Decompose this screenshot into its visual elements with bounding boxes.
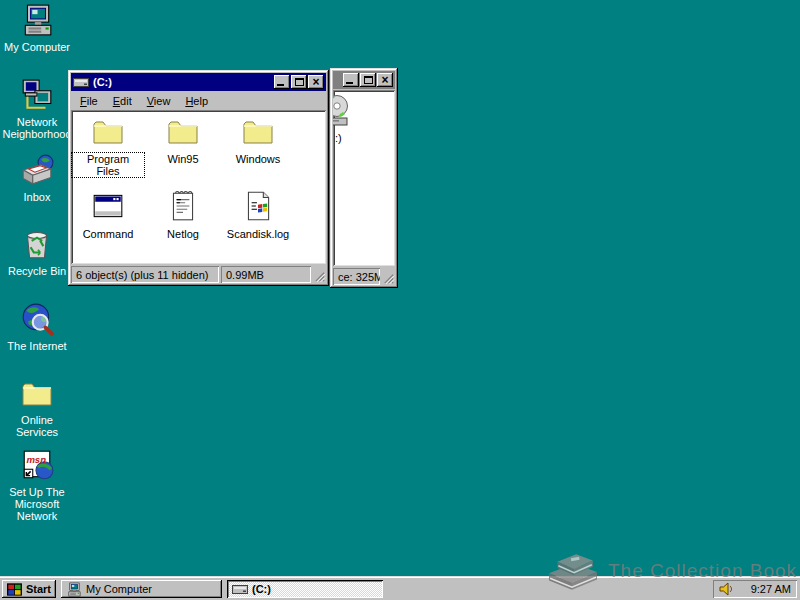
inbox-icon: [20, 153, 54, 187]
desktop-icon-online-services[interactable]: Online Services: [1, 376, 73, 438]
windows-flag-icon: [7, 582, 22, 597]
maximize-button[interactable]: [360, 73, 376, 87]
program-window-icon: [91, 189, 125, 223]
log-doc-icon: [241, 189, 275, 223]
desktop-icon-label: The Internet: [1, 340, 73, 352]
taskbar: Start My Computer (C:) 9:27 AM: [0, 576, 800, 600]
folder-icon: [166, 114, 200, 148]
network-neighborhood-icon: [20, 78, 54, 112]
menubar: File Edit View Help: [72, 92, 325, 109]
desktop: My Computer Network Neighborhood Inbox R…: [0, 0, 800, 600]
drive-label: :): [335, 132, 342, 144]
folder-icon: [241, 114, 275, 148]
desktop-icon-network-neighborhood[interactable]: Network Neighborhood: [1, 78, 73, 140]
my-computer-icon: [20, 3, 54, 37]
resize-grip[interactable]: [313, 270, 326, 283]
file-windows[interactable]: Windows: [222, 114, 294, 165]
clock: 9:27 AM: [751, 583, 791, 595]
task-label: (C:): [252, 583, 271, 595]
msn-setup-icon: [20, 448, 54, 482]
desktop-icon-label: Recycle Bin: [1, 265, 73, 277]
file-label: Command: [81, 228, 136, 240]
menu-view[interactable]: View: [141, 94, 177, 108]
maximize-button[interactable]: [291, 75, 307, 89]
folder-icon: [91, 114, 125, 148]
close-button[interactable]: ×: [377, 73, 393, 87]
c-drive-window-titlebar[interactable]: (C:) ×: [71, 73, 326, 91]
desktop-icon-label: Set Up The Microsoft Network: [1, 486, 73, 522]
task-button-my-computer[interactable]: My Computer: [61, 580, 222, 598]
status-size: 0.99MB: [221, 266, 311, 283]
drive-icon: [73, 77, 89, 88]
window-title: (C:): [93, 76, 274, 88]
desktop-icon-label: My Computer: [1, 41, 73, 53]
task-label: My Computer: [86, 583, 152, 595]
internet-icon: [20, 302, 54, 336]
menu-help[interactable]: Help: [179, 94, 214, 108]
desktop-icon-label: Inbox: [1, 191, 73, 203]
desktop-icon-recycle-bin[interactable]: Recycle Bin: [1, 227, 73, 277]
task-button-c-drive[interactable]: (C:): [227, 580, 383, 598]
cdrom-drive-icon[interactable]: [333, 95, 354, 127]
desktop-icon-my-computer[interactable]: My Computer: [1, 3, 73, 53]
speaker-icon[interactable]: [719, 582, 733, 596]
menu-file[interactable]: File: [74, 94, 104, 108]
file-command[interactable]: Command: [72, 189, 144, 240]
desktop-icon-label: Online Services: [1, 414, 73, 438]
file-label: Netlog: [165, 228, 201, 240]
notepad-doc-icon: [166, 189, 200, 223]
status-object-count: 6 object(s) (plus 11 hidden): [71, 266, 219, 283]
close-button[interactable]: ×: [308, 75, 324, 89]
file-scandisk-log[interactable]: Scandisk.log: [222, 189, 294, 240]
status-text: ce: 325MB: [333, 268, 380, 285]
recycle-bin-icon: [20, 227, 54, 261]
start-label: Start: [26, 583, 51, 595]
system-tray: 9:27 AM: [713, 580, 797, 598]
file-win95[interactable]: Win95: [147, 114, 219, 165]
background-window-statusbar: ce: 325MB: [333, 268, 395, 285]
c-drive-window[interactable]: (C:) × File Edit View Help Program Files…: [68, 70, 329, 286]
file-label: Scandisk.log: [225, 228, 291, 240]
background-window-titlebar[interactable]: ×: [333, 71, 395, 89]
desktop-icon-msn-setup[interactable]: Set Up The Microsoft Network: [1, 448, 73, 522]
file-label: Win95: [165, 153, 200, 165]
file-label: Windows: [234, 153, 283, 165]
resize-grip[interactable]: [382, 272, 395, 285]
desktop-icon-label: Network Neighborhood: [1, 116, 73, 140]
drive-icon: [232, 584, 248, 595]
minimize-button[interactable]: [274, 75, 290, 89]
my-computer-icon: [66, 582, 82, 597]
file-netlog[interactable]: Netlog: [147, 189, 219, 240]
desktop-icon-inbox[interactable]: Inbox: [1, 153, 73, 203]
file-program-files[interactable]: Program Files: [72, 114, 144, 177]
background-window-client: :): [333, 90, 395, 266]
file-list-area: Program Files Win95 Windows Command Netl…: [71, 110, 326, 264]
file-label: Program Files: [72, 153, 144, 177]
start-button[interactable]: Start: [2, 580, 56, 598]
background-window[interactable]: × :) ce: 325MB: [330, 68, 398, 288]
folder-icon: [20, 376, 54, 410]
c-drive-window-statusbar: 6 object(s) (plus 11 hidden) 0.99MB: [71, 266, 326, 283]
desktop-icon-the-internet[interactable]: The Internet: [1, 302, 73, 352]
minimize-button[interactable]: [343, 73, 359, 87]
menu-edit[interactable]: Edit: [107, 94, 138, 108]
